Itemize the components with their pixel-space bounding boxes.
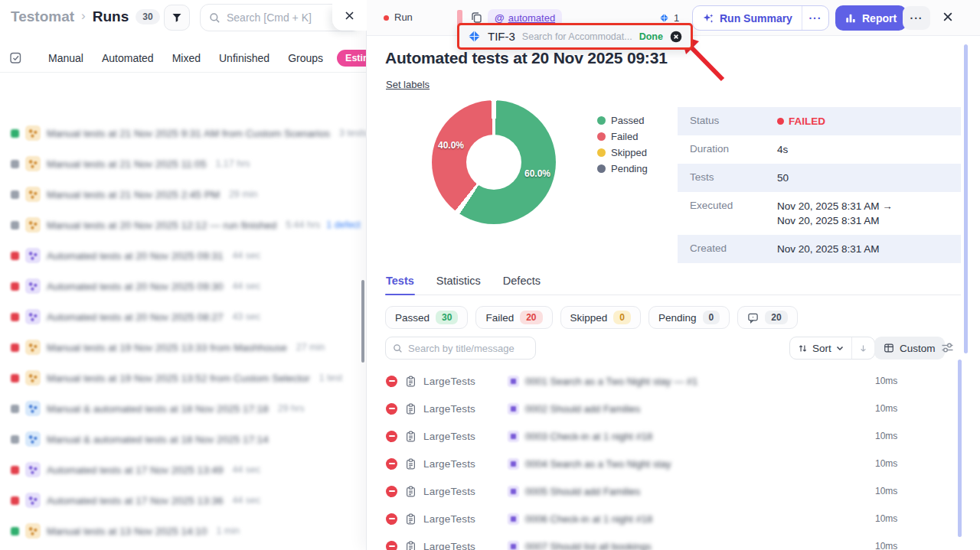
test-row[interactable]: LargeTests 0005 Should add Families 10ms xyxy=(367,477,980,505)
remove-issue-icon[interactable] xyxy=(670,31,682,43)
test-row[interactable]: LargeTests 0007 Should list all bookings… xyxy=(367,532,980,550)
detail-tab[interactable]: Defects xyxy=(502,274,541,295)
test-id-badge-icon xyxy=(508,513,519,525)
sort-direction-button[interactable] xyxy=(851,337,874,359)
run-meta: 43 sec xyxy=(232,311,260,322)
run-status-icon xyxy=(11,282,19,291)
chip-count-badge: 0 xyxy=(703,311,720,324)
run-status-icon xyxy=(11,313,19,321)
comments-filter-chip[interactable]: 20 xyxy=(737,306,797,329)
run-type-icon xyxy=(25,462,41,477)
run-title: Manual & automated tests at 18 Nov 2025 … xyxy=(47,434,269,445)
detail-tab[interactable]: Statistics xyxy=(436,274,482,295)
run-list-item[interactable]: Automated tests at 20 Nov 2025 08:27 43 … xyxy=(0,301,366,332)
runs-filter-tab[interactable]: Automated xyxy=(102,52,154,64)
page-title: Runs xyxy=(93,8,129,25)
failed-percent-label: 40.0% xyxy=(438,140,464,151)
close-icon[interactable] xyxy=(344,10,355,21)
test-id-badge-icon xyxy=(508,486,519,497)
run-list-item[interactable]: Automated tests at 20 Nov 2025 09:31 44 … xyxy=(0,240,366,271)
run-status-icon xyxy=(11,527,19,535)
test-row[interactable]: LargeTests 0003 Check-in at 1 night #18 … xyxy=(367,422,980,450)
run-summary-button[interactable]: Run Summary xyxy=(693,6,802,30)
status-filter-chip[interactable]: Pending 0 xyxy=(648,306,730,329)
run-meta: 29 hrs xyxy=(278,403,305,414)
copy-icon[interactable] xyxy=(470,11,482,24)
linked-issue-popup[interactable]: TIF-3 Search for Accommodat... Done xyxy=(457,23,693,50)
test-suite-label: LargeTests xyxy=(423,458,495,470)
run-title: Automated tests at 20 Nov 2025 09:31 xyxy=(385,49,668,67)
global-search-input[interactable] xyxy=(227,11,341,24)
run-defect-link[interactable]: 1 defect xyxy=(326,220,360,230)
run-list-item[interactable]: Manual & automated tests at 18 Nov 2025 … xyxy=(0,393,366,424)
clipboard-icon xyxy=(405,403,416,415)
test-row[interactable]: LargeTests 0006 Check-in at 1 night #18 … xyxy=(367,505,980,532)
test-suite-label: LargeTests xyxy=(423,541,495,550)
filter-button[interactable] xyxy=(164,5,190,31)
estimate-badge[interactable]: Estim xyxy=(337,50,366,67)
status-filter-chip[interactable]: Skipped 0 xyxy=(560,306,641,329)
runs-filter-tabs: ManualAutomatedMixedUnfinishedGroups xyxy=(48,52,341,64)
tests-search[interactable] xyxy=(385,337,536,360)
custom-columns-button[interactable]: Custom xyxy=(874,337,945,360)
legend-item: Failed xyxy=(597,129,648,145)
drawer-close-icon[interactable] xyxy=(942,11,954,23)
run-status-icon xyxy=(11,252,19,260)
detail-tab[interactable]: Tests xyxy=(385,274,415,295)
run-summary-more-button[interactable]: ··· xyxy=(802,6,828,30)
drawer-scrollbar[interactable] xyxy=(964,44,968,353)
sort-button[interactable]: Sort xyxy=(790,337,851,359)
sort-button-group: Sort xyxy=(789,337,875,360)
run-list-item[interactable]: Manual tests at 20 Nov 2025 12:12 — run … xyxy=(0,210,366,240)
sparkles-icon xyxy=(702,12,714,24)
test-row[interactable]: LargeTests 0004 Search as a Two Night st… xyxy=(367,450,980,477)
test-row[interactable]: LargeTests 0001 Search as a Two Night st… xyxy=(367,367,980,395)
run-list-item[interactable]: Automated tests at 17 Nov 2025 13:36 44 … xyxy=(0,485,366,516)
runs-filter-tab[interactable]: Manual xyxy=(48,52,83,64)
run-list-item[interactable]: Automated tests at 17 Nov 2025 13:49 44 … xyxy=(0,454,366,485)
legend-dot xyxy=(597,116,606,125)
test-duration: 10ms xyxy=(875,403,897,414)
run-list-item[interactable]: Manual tests at 21 Nov 2025 11:05 1.17 h… xyxy=(0,148,366,179)
runs-filter-tab[interactable]: Unfinished xyxy=(219,52,270,64)
run-list-item[interactable]: Manual & automated tests at 18 Nov 2025 … xyxy=(0,424,366,454)
arrow-down-icon xyxy=(858,343,868,353)
drawer-breadcrumb: Run xyxy=(394,11,413,23)
run-title: Manual tests at 21 Nov 2025 2:45 PM xyxy=(47,189,220,200)
run-list-item[interactable]: Manual tests at 13 Nov 2025 14:10 1 min xyxy=(0,516,366,546)
runs-filter-tab[interactable]: Groups xyxy=(288,52,323,64)
clipboard-icon xyxy=(405,486,416,497)
test-title: 0004 Search as a Two Night stay xyxy=(525,458,671,470)
run-meta: 44 sec xyxy=(232,250,260,261)
report-button[interactable]: Report xyxy=(835,5,906,31)
runs-filter-tab[interactable]: Mixed xyxy=(172,52,201,64)
chip-count-badge: 20 xyxy=(765,311,787,324)
app-logo[interactable]: Testomat xyxy=(11,8,74,25)
run-list-item[interactable]: Manual tests at 19 Nov 2025 13:52 from C… xyxy=(0,363,366,393)
left-scrollbar[interactable] xyxy=(361,280,364,363)
status-filter-chip[interactable]: Failed 20 xyxy=(475,306,552,329)
run-status-icon xyxy=(11,190,19,199)
search-icon xyxy=(393,343,403,353)
tests-search-input[interactable] xyxy=(408,343,524,354)
run-meta: 1 min xyxy=(216,526,240,536)
issue-key[interactable]: TIF-3 xyxy=(488,30,515,43)
select-all-runs-icon[interactable] xyxy=(9,51,22,64)
run-list-item[interactable]: Automated tests at 20 Nov 2025 09:30 44 … xyxy=(0,271,366,301)
set-labels-link[interactable]: Set labels xyxy=(386,79,430,90)
test-id-badge-icon xyxy=(508,376,519,387)
legend-item: Pending xyxy=(597,161,648,177)
tests-list-scrollbar[interactable] xyxy=(958,360,962,537)
test-row[interactable]: LargeTests 0002 Should add Families 10ms xyxy=(367,395,980,422)
run-list-item[interactable]: Manual tests at 21 Nov 2025 2:45 PM 29 m… xyxy=(0,179,366,210)
tune-filters-icon[interactable] xyxy=(941,341,954,354)
failed-status-icon xyxy=(386,513,397,525)
drawer-more-button[interactable]: ··· xyxy=(903,6,930,30)
run-meta: 27 min xyxy=(296,342,325,353)
passed-percent-label: 60.0% xyxy=(524,168,550,179)
run-list-item[interactable]: Manual tests at 19 Nov 2025 13:33 from M… xyxy=(0,332,366,363)
run-type-icon xyxy=(25,370,41,386)
run-list-item[interactable]: Manual tests at 21 Nov 2025 9:31 AM from… xyxy=(0,118,366,148)
test-id-badge-icon xyxy=(508,431,519,442)
status-filter-chip[interactable]: Passed 30 xyxy=(385,306,468,329)
